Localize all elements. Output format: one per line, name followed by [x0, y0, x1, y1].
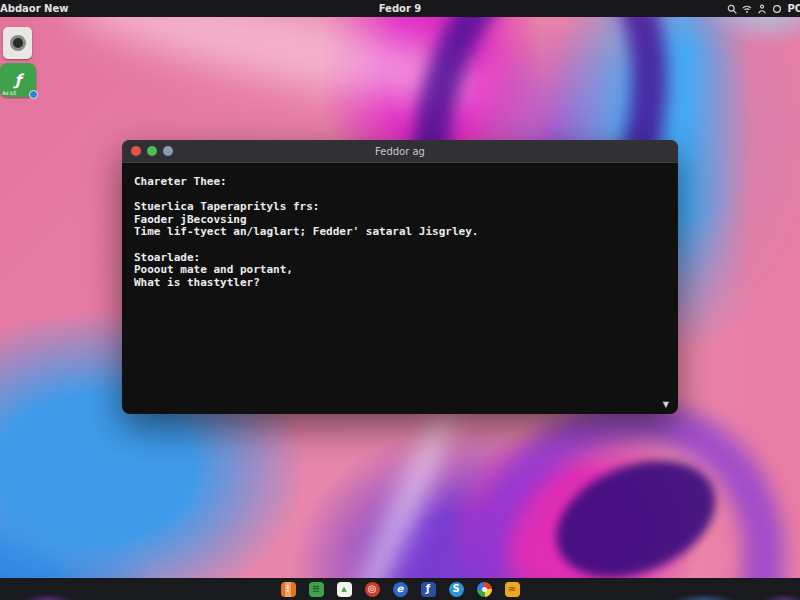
- minimize-button[interactable]: [147, 146, 157, 156]
- terminal-output: Chareter Thee: Stuerlica Taperaprityls f…: [122, 163, 678, 289]
- boxes-icon: ≈: [508, 584, 516, 594]
- terminal-line: Stuerlica Taperaprityls frs:: [134, 201, 666, 214]
- dock-item-messenger[interactable]: S: [449, 582, 464, 597]
- dock-item-maps[interactable]: [477, 582, 492, 597]
- window-titlebar[interactable]: Feddor ag: [122, 140, 678, 163]
- desktop-icon-app[interactable]: ƒ Ad b5: [0, 63, 36, 97]
- camera-lens-icon: [10, 35, 26, 51]
- desktop: Abdaor New Fedor 9 POI ƒ Ad b5: [0, 0, 800, 600]
- messenger-icon: S: [452, 584, 459, 594]
- dock: ⋮ ≡ ▲ ◎ e ƒ S ≈: [0, 578, 800, 600]
- accessibility-icon[interactable]: [757, 4, 767, 14]
- dock-item-browser-blue[interactable]: e: [393, 582, 408, 597]
- emblem-badge-icon: [29, 90, 38, 99]
- dock-item-browser-red[interactable]: ◎: [365, 582, 380, 597]
- top-bar: Abdaor New Fedor 9 POI: [0, 0, 800, 17]
- terminal-line: What is thastytler?: [134, 277, 666, 290]
- dock-item-text-editor[interactable]: ≡: [309, 582, 324, 597]
- app-menu[interactable]: Abdaor New: [0, 3, 68, 14]
- browser-red-icon: ◎: [368, 584, 377, 594]
- desktop-icon-camera[interactable]: [3, 27, 32, 59]
- search-icon[interactable]: [727, 4, 737, 14]
- close-button[interactable]: [131, 146, 141, 156]
- dock-item-software-store[interactable]: ⋮: [281, 582, 296, 597]
- window-controls: [131, 146, 173, 156]
- window-title: Feddor ag: [122, 146, 678, 157]
- wallpaper-highlight-bottom: [341, 402, 462, 600]
- browser-blue-icon: e: [397, 584, 404, 594]
- desktop-icon-label: Ad b5: [2, 90, 16, 96]
- clock[interactable]: Fedor 9: [379, 3, 422, 14]
- wifi-icon[interactable]: [742, 4, 752, 14]
- text-editor-icon: ≡: [312, 584, 320, 594]
- software-store-icon: ⋮: [284, 585, 292, 593]
- maximize-button[interactable]: [163, 146, 173, 156]
- dock-item-media-app[interactable]: ƒ: [421, 582, 436, 597]
- media-app-icon: ƒ: [426, 584, 430, 594]
- files-icon: ▲: [341, 586, 346, 593]
- scroll-down-icon[interactable]: ▼: [663, 401, 669, 409]
- terminal-window: Feddor ag Chareter Thee: Stuerlica Taper…: [122, 140, 678, 414]
- dock-item-boxes[interactable]: ≈: [505, 582, 520, 597]
- terminal-line: Pooout mate and portant,: [134, 264, 666, 277]
- terminal-line: [134, 239, 666, 252]
- status-text[interactable]: POI: [787, 3, 800, 14]
- terminal-line: Time lif-tyect an/laglart; Fedder' satar…: [134, 226, 666, 239]
- status-area: POI: [727, 3, 800, 14]
- power-icon[interactable]: [772, 4, 782, 14]
- terminal-line: Chareter Thee:: [134, 176, 666, 189]
- dock-item-files[interactable]: ▲: [337, 582, 352, 597]
- app-glyph-icon: ƒ: [15, 71, 22, 89]
